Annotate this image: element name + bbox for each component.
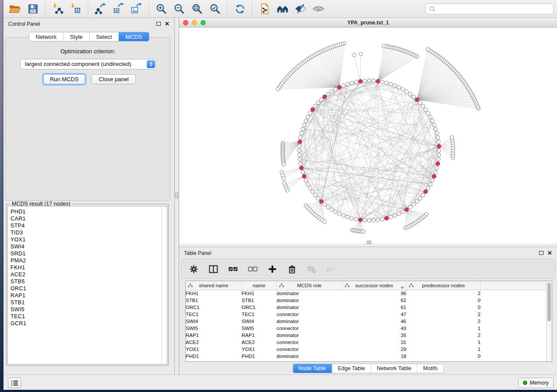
horizontal-splitter-grip[interactable] [367,241,371,244]
export-image-button[interactable] [128,2,144,16]
mcds-result-item[interactable]: SWI5 [8,306,161,313]
close-table-panel-icon[interactable]: ✕ [547,251,552,255]
table-cell: 29 [342,346,406,353]
mcds-result-item[interactable]: TID3 [8,229,161,236]
export-network-button[interactable] [93,2,108,16]
task-history-button[interactable] [8,378,21,388]
close-panel-icon[interactable]: ✕ [165,22,170,26]
select-stepper-icon [147,60,155,68]
network-window-titlebar[interactable]: YPA_prune.txt_1 [179,18,557,28]
mcds-result-item[interactable]: FKH1 [8,264,161,271]
mcds-result-item[interactable]: PHD1 [8,208,161,215]
import-table-button[interactable] [68,2,83,16]
table-cell: RAP1 [242,332,277,339]
table-row[interactable]: YOX1YOX1connector291 [186,346,546,353]
run-mcds-button[interactable]: Run MCDS [43,74,85,84]
tab-network-table[interactable]: Network Table [371,364,418,373]
table-cell: dominator [277,318,342,325]
tab-style[interactable]: Style [63,32,90,41]
table-row[interactable]: ORC1ORC1dominator610 [186,304,546,311]
show-column-button[interactable] [208,264,218,274]
table-cell: RAP1 [186,332,242,339]
table-row[interactable]: RAP1RAP1dominator352 [186,332,546,339]
zoom-fit-button[interactable] [189,2,205,16]
zoom-selected-button[interactable] [207,2,223,16]
maximize-window-icon[interactable] [201,20,206,25]
table-toolbar: f(x) [181,259,555,279]
tab-mcds[interactable]: MCDS [119,32,149,41]
close-window-icon[interactable] [183,20,188,25]
mcds-result-item[interactable]: TEC1 [8,313,161,320]
column-header-predecessor-nodes[interactable]: predecessor nodes [406,281,481,290]
table-mode-gear-button[interactable] [188,264,199,274]
column-header-name[interactable]: name [242,281,277,290]
mcds-result-item[interactable]: SWI4 [8,243,161,250]
table-row[interactable]: SWI5SWI5connector431 [186,325,546,332]
mcds-list-scrollbar[interactable] [161,206,167,364]
mcds-result-list[interactable]: PHD1CAR1STP4TID3YOX1SWI4SRD1PMA2FKH1ACE2… [7,206,167,364]
table-cell: ORC1 [242,304,277,311]
mcds-result-item[interactable]: PMA2 [8,257,161,264]
table-cell: 0 [406,297,481,304]
table-cell: 96 [342,290,406,297]
tab-edge-table[interactable]: Edge Table [332,364,371,373]
import-network-button[interactable] [50,2,66,16]
mcds-result-item[interactable]: STB5 [8,278,161,285]
column-header-MCDS-role[interactable]: MCDS role [277,281,342,290]
new-column-button[interactable] [267,264,277,274]
table-row[interactable]: ACE2ACE2connector311 [186,339,546,346]
float-table-panel-icon[interactable] [539,251,543,255]
first-neighbors-button[interactable] [275,2,291,16]
table-cell-filler [481,297,546,304]
mcds-result-item[interactable]: STP4 [8,222,161,229]
zoom-in-button[interactable] [153,2,169,16]
zoom-out-button[interactable] [171,2,187,16]
search-box[interactable] [425,3,554,14]
mcds-tab-content: Optimization criterion: largest connecte… [5,37,170,201]
tab-network[interactable]: Network [29,32,63,41]
table-row[interactable]: STB1STB1dominator620 [186,297,546,304]
splitter-grip[interactable] [175,192,178,199]
memory-button[interactable]: Memory [518,378,554,388]
select-all-button[interactable] [228,264,238,274]
table-row[interactable]: SWI4SWI4dominator462 [186,318,546,325]
mcds-result-item[interactable]: YOX1 [8,236,161,243]
table-row[interactable]: TEC1TEC1connector472 [186,311,546,318]
table-row[interactable]: PHD1PHD1dominator180 [186,353,546,360]
new-column-icon [267,264,277,274]
network-canvas[interactable] [179,28,557,244]
apply-layout-button[interactable] [232,2,248,16]
tab-select[interactable]: Select [90,32,119,41]
search-input[interactable] [438,5,553,13]
column-header-successor-nodes[interactable]: successor nodes [342,281,406,290]
minimize-window-icon[interactable] [192,20,197,25]
mcds-result-item[interactable]: STB1 [8,299,161,306]
tab-node-table[interactable]: Node Table [293,364,332,373]
open-file-button[interactable] [7,2,23,16]
show-all-button[interactable] [311,2,326,16]
mcds-result-item[interactable]: CAR1 [8,215,161,222]
table-scrollbar[interactable] [546,281,552,361]
float-panel-icon[interactable] [156,22,161,26]
export-table-button[interactable] [111,2,126,16]
new-network-from-selection-button[interactable] [257,2,273,16]
criterion-select[interactable]: largest connected component (undirected) [20,59,156,69]
deselect-all-button[interactable] [247,264,258,274]
table-cell: PHD1 [242,353,277,360]
table-scrollbar-thumb[interactable] [547,283,551,321]
delete-column-button[interactable] [287,264,297,274]
table-row[interactable]: FKH1FKH1dominator962 [186,290,546,297]
mcds-result-item[interactable]: GCR1 [8,320,161,327]
close-panel-button[interactable]: Close panel [91,74,136,84]
mcds-result-item[interactable]: RAP1 [8,292,161,299]
mcds-result-item[interactable]: SRD1 [8,250,161,257]
column-header-shared-name[interactable]: shared name [186,281,242,290]
column-menu-chevron-icon[interactable] [401,285,404,290]
mcds-result-item[interactable]: ORC1 [8,285,161,292]
column-namespace-icon [409,283,414,289]
mcds-result-item[interactable]: ACE2 [8,271,161,278]
save-session-button[interactable] [25,2,41,16]
tab-motifs[interactable]: Motifs [417,364,443,373]
hide-selected-button[interactable] [293,2,308,16]
vertical-splitter[interactable] [175,18,179,375]
